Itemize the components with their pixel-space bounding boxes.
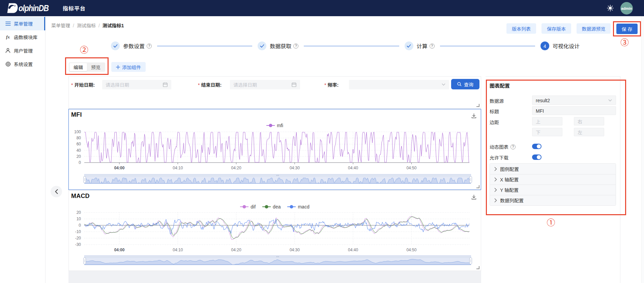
sidebar-item-user-management[interactable]: 用户管理: [0, 44, 45, 57]
config-sections: 图例配置 X 轴配置 Y 轴配置 数据列配置: [490, 163, 616, 206]
mfi-line-chart[interactable]: 02040608010004:0004:1004:2004:3004:4004:…: [69, 109, 481, 190]
step-4-current[interactable]: 4 可视化设计: [540, 41, 580, 50]
resize-handle[interactable]: [476, 266, 479, 269]
margin-top-input[interactable]: [532, 117, 562, 125]
chevron-right-icon: [494, 198, 497, 202]
chart-config-panel: 图表配置 数据源 result2 标题 边距 动态图表 ? 允许下载 图例配置: [486, 76, 620, 283]
xaxis-config-section[interactable]: X 轴配置: [490, 174, 616, 185]
help-icon[interactable]: ?: [510, 144, 516, 149]
margin-right-input[interactable]: [574, 117, 604, 125]
allow-download-label: 允许下载: [490, 154, 508, 161]
fx-icon: fx: [5, 34, 11, 40]
chart-title-label: 标题: [490, 108, 499, 115]
theme-toggle-sun-icon[interactable]: [607, 4, 614, 12]
edit-tab[interactable]: 编辑: [69, 63, 87, 71]
breadcrumb: 菜单管理 / 测试指标 / 测试指标1: [51, 22, 124, 29]
brand-name: olphinDB: [19, 3, 53, 13]
breadcrumb-item[interactable]: 菜单管理: [51, 22, 70, 29]
step-label: 参数设置: [123, 42, 145, 50]
help-icon[interactable]: ?: [430, 44, 435, 49]
query-button[interactable]: 查询: [451, 79, 479, 89]
sidebar-item-label: 函数模块库: [14, 34, 37, 40]
sidebar-item-function-modules[interactable]: fx 函数模块库: [0, 30, 45, 44]
section-label: 图例配置: [500, 166, 519, 172]
svg-text:04:50: 04:50: [406, 166, 416, 170]
datasource-select[interactable]: result2: [532, 95, 616, 105]
chevron-down-icon: [608, 99, 612, 102]
frequency-select[interactable]: [349, 80, 449, 89]
config-panel-title: 图表配置: [490, 82, 510, 89]
steps-bar: 参数设置 ? 数据获取 ? 计算 ? 4 可视化设计: [111, 41, 580, 51]
svg-text:04:10: 04:10: [173, 248, 183, 252]
save-version-button[interactable]: 保存版本: [541, 23, 571, 34]
resize-handle[interactable]: [476, 104, 479, 107]
save-button[interactable]: 保 存: [616, 24, 638, 34]
help-icon[interactable]: ?: [147, 44, 152, 49]
scrollbar-track[interactable]: [641, 16, 644, 283]
svg-text:04:50: 04:50: [406, 248, 416, 252]
sidebar-item-menu-management[interactable]: 菜单管理: [0, 17, 45, 30]
preview-tab[interactable]: 预览: [87, 63, 105, 71]
step-3[interactable]: 计算 ?: [405, 41, 435, 50]
margin-label: 边距: [490, 119, 499, 125]
svg-text:04:30: 04:30: [290, 166, 300, 170]
main-content: 菜单管理 / 测试指标 / 测试指标1 版本列表 保存版本 数据源预览 保 存 …: [46, 16, 644, 283]
svg-text:04:20: 04:20: [231, 248, 241, 252]
brand-logo[interactable]: olphinDB: [6, 3, 59, 13]
query-form-card: *开始日期: *结束日期: *频率: 查询: [68, 76, 481, 109]
sidebar-item-system-settings[interactable]: 系统设置: [0, 57, 45, 71]
step-connector: [440, 46, 535, 46]
dolphindb-logo-icon: [6, 3, 18, 13]
help-icon[interactable]: ?: [293, 44, 298, 49]
breadcrumb-item[interactable]: 测试指标: [77, 22, 96, 29]
allow-download-toggle[interactable]: [532, 154, 541, 160]
datasource-preview-button[interactable]: 数据源预览: [577, 23, 611, 34]
section-label: Y 轴配置: [500, 187, 519, 193]
svg-text:0: 0: [79, 160, 81, 165]
macd-line-chart[interactable]: -30-20-100102004:0004:1004:2004:3004:400…: [69, 191, 481, 271]
end-date-input[interactable]: [230, 80, 300, 89]
step-2[interactable]: 数据获取 ?: [258, 41, 298, 50]
menu-icon: [5, 21, 11, 27]
dashboard-grid: *开始日期: *结束日期: *频率: 查询 MFI: [68, 76, 481, 283]
calendar-icon: [292, 82, 296, 87]
chevron-right-icon: [494, 167, 497, 171]
sidebar-item-label: 系统设置: [14, 61, 33, 67]
end-date-label: *结束日期:: [198, 81, 222, 88]
step-label: 数据获取: [270, 42, 291, 50]
calendar-icon: [163, 82, 168, 87]
product-title: 指标平台: [63, 4, 86, 12]
svg-text:0: 0: [79, 223, 81, 228]
step-check-icon: [111, 41, 120, 50]
add-component-button[interactable]: 添加组件: [111, 62, 146, 72]
svg-text:04:10: 04:10: [173, 166, 183, 170]
svg-text:-30: -30: [75, 242, 81, 247]
dynamic-chart-toggle[interactable]: [532, 144, 541, 149]
start-date-input[interactable]: [102, 80, 171, 89]
svg-text:40: 40: [77, 148, 81, 153]
series-config-section[interactable]: 数据列配置: [490, 195, 616, 205]
frequency-label: *频率:: [324, 81, 339, 88]
macd-chart-card[interactable]: MACD dif dea macd -30-20-100102004:0004:: [68, 190, 481, 271]
step-connector: [304, 46, 399, 46]
legend-config-section[interactable]: 图例配置: [490, 164, 616, 174]
margin-bottom-input[interactable]: [532, 128, 562, 136]
search-icon: [457, 82, 462, 86]
start-date-label: *开始日期:: [71, 81, 95, 88]
chart-title-input[interactable]: [532, 106, 616, 115]
margin-left-input[interactable]: [574, 128, 604, 136]
breadcrumb-separator: /: [73, 22, 74, 29]
chevron-right-icon: [494, 188, 497, 192]
collapse-panel-button[interactable]: [51, 186, 62, 197]
svg-text:-10: -10: [75, 229, 81, 234]
step-check-icon: [405, 41, 413, 50]
step-1[interactable]: 参数设置 ?: [111, 41, 152, 50]
mfi-chart-card[interactable]: MFI mfi 02040608010004:0004:1004:2004:30…: [68, 109, 481, 190]
resize-handle[interactable]: [476, 185, 479, 188]
user-avatar[interactable]: admin: [620, 2, 633, 15]
version-list-button[interactable]: 版本列表: [506, 23, 536, 34]
svg-text:80: 80: [77, 136, 81, 140]
chevron-down-icon: [442, 83, 445, 86]
svg-text:04:00: 04:00: [114, 248, 125, 252]
yaxis-config-section[interactable]: Y 轴配置: [490, 185, 616, 195]
